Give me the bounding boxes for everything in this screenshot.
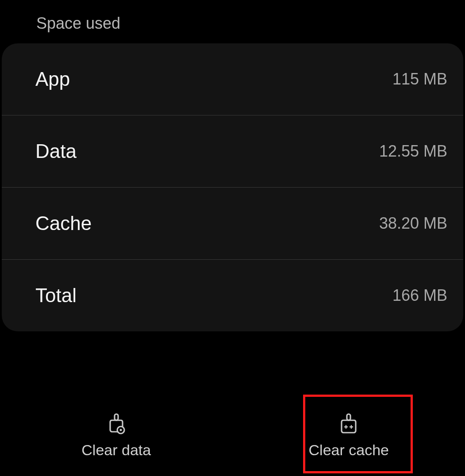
row-cache: Cache 38.20 MB [2, 188, 463, 260]
bottom-action-bar: Clear data Clear cache [0, 394, 465, 476]
row-total-value: 166 MB [392, 286, 447, 305]
row-cache-value: 38.20 MB [379, 214, 447, 233]
row-data: Data 12.55 MB [2, 115, 463, 188]
row-cache-label: Cache [35, 212, 92, 234]
row-app: App 115 MB [2, 43, 463, 115]
row-total: Total 166 MB [2, 260, 463, 331]
clear-cache-button[interactable]: Clear cache [233, 394, 465, 476]
storage-card: App 115 MB Data 12.55 MB Cache 38.20 MB … [2, 43, 463, 331]
clear-data-button[interactable]: Clear data [0, 394, 233, 476]
row-data-value: 12.55 MB [379, 142, 447, 161]
svg-rect-0 [115, 414, 118, 420]
row-total-label: Total [35, 284, 77, 307]
svg-point-2 [119, 429, 122, 431]
clear-cache-label: Clear cache [309, 441, 389, 459]
row-data-label: Data [35, 140, 77, 162]
clear-data-label: Clear data [81, 441, 151, 459]
section-header: Space used [0, 0, 465, 43]
row-app-value: 115 MB [392, 70, 447, 88]
broom-sparkle-icon [336, 411, 361, 436]
svg-rect-3 [347, 414, 350, 420]
broom-data-icon [104, 411, 129, 436]
row-app-label: App [35, 68, 70, 90]
